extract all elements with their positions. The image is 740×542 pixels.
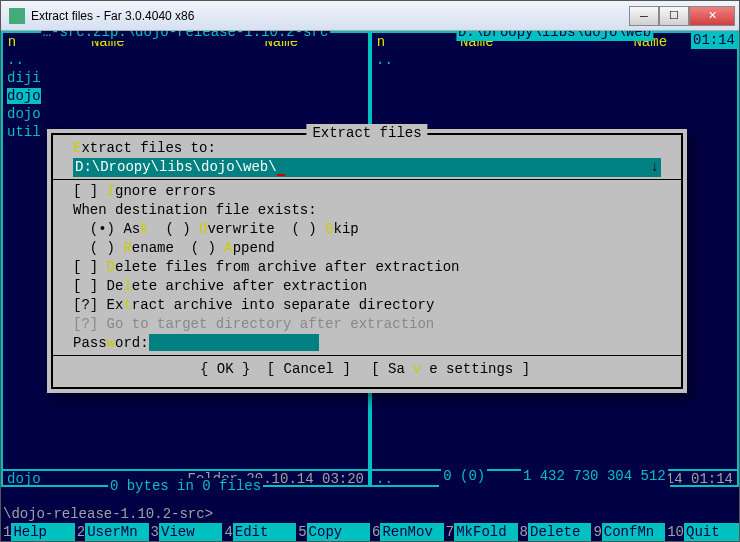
password-row: Password: [73,334,661,353]
col-n: n [372,33,390,51]
app-window: Extract files - Far 3.0.4040 x86 ─ ☐ ✕ 0… [0,0,740,542]
app-icon [9,8,25,24]
left-panel-title: …-src.zip:\dojo-release-1.10.2-src [41,31,331,41]
fkey-help[interactable]: 1Help [1,523,75,541]
fkey-mkfold[interactable]: 7MkFold [444,523,518,541]
clock: 01:14 [691,31,737,49]
fkey-copy[interactable]: 5Copy [296,523,370,541]
dialog-title: Extract files [306,124,427,143]
path-input[interactable]: D:\Droopy\libs\dojo\web\ ↓ [73,158,661,177]
maximize-button[interactable]: ☐ [659,6,689,26]
delete-archive-checkbox[interactable]: [ ] Delete archive after extraction [73,277,661,296]
cancel-button[interactable]: [ Cancel ] [267,361,351,377]
list-item[interactable]: diji [7,69,364,87]
right-info: 0 (0) 1 432 730 304 512 [439,478,669,494]
ignore-errors-checkbox[interactable]: [ ] Ignore errors [73,182,661,201]
list-item[interactable]: .. [7,51,364,69]
dialog-buttons: { OK } [ Cancel ] [ Save settings ] [73,360,661,379]
right-panel-title: D:\Droopy\libs\dojo\web [456,31,653,41]
fkey-confmn[interactable]: 9ConfMn [591,523,665,541]
ok-button[interactable]: { OK } [200,361,250,377]
minimize-button[interactable]: ─ [629,6,659,26]
fkey-renmov[interactable]: 6RenMov [370,523,444,541]
list-item[interactable]: dojo [7,105,364,123]
window-controls: ─ ☐ ✕ [629,6,735,26]
radio-row-1: (•) Ask ( ) Overwrite ( ) Skip [73,220,661,239]
terminal: 01:14 …-src.zip:\dojo-release-1.10.2-src… [1,31,739,541]
goto-target-checkbox: [?] Go to target directory after extract… [73,315,661,334]
radio-row-2: ( ) Rename ( ) Append [73,239,661,258]
col-n: n [3,33,21,51]
list-item[interactable]: dojo [7,87,364,105]
separator [53,355,681,356]
fkey-delete[interactable]: 8Delete [518,523,592,541]
cursor-icon [277,174,285,176]
fkey-usermn[interactable]: 2UserMn [75,523,149,541]
command-line[interactable]: \dojo-release-1.10.2-src> [3,505,737,523]
fkey-bar: 1Help 2UserMn 3View 4Edit 5Copy 6RenMov … [1,523,739,541]
separate-dir-checkbox[interactable]: [?] Extract archive into separate direct… [73,296,661,315]
fkey-quit[interactable]: 10Quit [665,523,739,541]
separator [53,179,681,180]
right-rows: .. [372,51,737,69]
when-exists-label: When destination file exists: [73,201,661,220]
fkey-edit[interactable]: 4Edit [222,523,296,541]
save-settings-button[interactable]: [ Save settings ] [367,361,534,377]
titlebar[interactable]: Extract files - Far 3.0.4040 x86 ─ ☐ ✕ [1,1,739,31]
left-info: 0 bytes in 0 files [108,478,263,494]
radio-skip[interactable]: ( ) Skip [275,221,359,237]
close-button[interactable]: ✕ [689,6,735,26]
password-input[interactable] [149,334,319,351]
fkey-view[interactable]: 3View [149,523,223,541]
extract-dialog: Extract files Extract files to: D:\Droop… [47,129,687,393]
info-line: 0 bytes in 0 files 0 (0) 1 432 730 304 5… [1,485,739,505]
history-dropdown-icon[interactable]: ↓ [651,158,659,177]
window-title: Extract files - Far 3.0.4040 x86 [31,9,629,23]
radio-rename[interactable]: ( ) Rename [73,240,174,256]
list-item[interactable]: .. [376,51,733,69]
delete-files-checkbox[interactable]: [ ] Delete files from archive after extr… [73,258,661,277]
radio-append[interactable]: ( ) Append [174,240,275,256]
radio-ask[interactable]: (•) Ask [73,221,149,237]
radio-overwrite[interactable]: ( ) Overwrite [149,221,275,237]
